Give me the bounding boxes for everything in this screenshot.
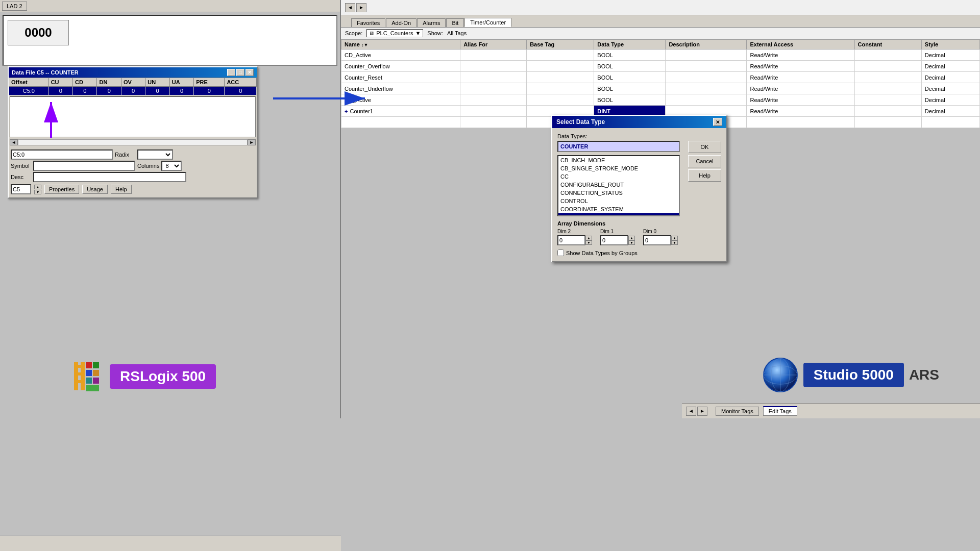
cell-pre: 0: [194, 87, 225, 95]
svg-rect-7: [74, 380, 85, 383]
svg-rect-5: [74, 365, 85, 368]
cancel-button[interactable]: Cancel: [688, 155, 721, 167]
cell-name: Counter_Overflow: [341, 61, 460, 72]
help-button-dialog[interactable]: Help: [688, 169, 721, 182]
scope-bar: Scope: 🖥 PLC_Counters ▼ Show: All Tags: [341, 28, 980, 39]
lad-tab[interactable]: LAD 2: [2, 2, 27, 11]
left-panel: LAD 2 0000 Data File C5 -- COUNTER _ □ ✕…: [0, 0, 341, 418]
data-file-table: Offset CU CD DN OV UN UA PRE ACC C5:0 0 …: [9, 78, 257, 95]
cell-datatype: BOOL: [594, 72, 666, 83]
tab-bit[interactable]: Bit: [446, 18, 464, 27]
columns-select[interactable]: 8: [161, 161, 182, 171]
ars-text: ARS: [909, 367, 939, 383]
cell-const: [854, 72, 921, 83]
show-groups-checkbox[interactable]: [557, 249, 564, 256]
th-name: Name ↕▼: [341, 40, 460, 49]
dim2-group: Dim 2 0 ▲ ▼: [557, 229, 592, 245]
dim0-label: Dim 0: [643, 229, 678, 234]
cs-down[interactable]: ▼: [34, 190, 41, 194]
list-item-control[interactable]: CONTROL: [558, 197, 679, 205]
address-input[interactable]: [11, 149, 113, 160]
col-offset: Offset: [9, 78, 49, 87]
list-item-connection[interactable]: CONNECTION_STATUS: [558, 189, 679, 197]
table-scroll-area: [10, 96, 256, 137]
list-item-configurable[interactable]: CONFIGURABLE_ROUT: [558, 181, 679, 189]
table-row[interactable]: CU_Active BOOL Read/Write Decimal: [341, 94, 980, 106]
scope-select[interactable]: 🖥 PLC_Counters ▼: [366, 29, 423, 37]
maximize-button[interactable]: □: [236, 69, 244, 76]
close-button[interactable]: ✕: [246, 69, 254, 76]
cs-up[interactable]: ▲: [34, 185, 41, 189]
scope-value: PLC_Counters: [376, 30, 413, 36]
table-row[interactable]: CD_Active BOOL Read/Write Decimal: [341, 49, 980, 61]
cell-datatype: BOOL: [594, 94, 666, 106]
col-ov: OV: [121, 78, 145, 87]
data-type-input[interactable]: [557, 141, 680, 152]
scope-dropdown-icon: ▼: [415, 30, 421, 36]
dim2-down[interactable]: ▼: [585, 240, 592, 245]
tab-alarms[interactable]: Alarms: [417, 18, 446, 27]
nav-back[interactable]: ◄: [345, 3, 355, 12]
dim1-up[interactable]: ▲: [628, 236, 635, 240]
svg-rect-8: [86, 362, 92, 368]
list-item-coordinate[interactable]: COORDINATE_SYSTEM: [558, 205, 679, 213]
radix-select[interactable]: [137, 149, 173, 160]
dim2-input[interactable]: 0: [557, 235, 585, 245]
scroll-left[interactable]: ◄: [10, 139, 18, 145]
cs-input[interactable]: [11, 184, 31, 194]
svg-rect-9: [93, 362, 99, 368]
ok-button[interactable]: OK: [688, 141, 721, 153]
help-button-datafile[interactable]: Help: [111, 185, 132, 194]
sort-icon: ↕▼: [361, 42, 368, 47]
desc-input[interactable]: [33, 172, 186, 182]
cell-desc: [666, 72, 747, 83]
col-dn: DN: [97, 78, 121, 87]
dim2-up[interactable]: ▲: [585, 236, 592, 240]
dim1-down[interactable]: ▼: [628, 240, 635, 245]
right-toolbar: ◄ ►: [341, 0, 980, 15]
cell-const: [854, 61, 921, 72]
edit-tags-tab[interactable]: Edit Tags: [763, 406, 797, 416]
dim0-up[interactable]: ▲: [671, 236, 678, 240]
blue-arrow-icon: [273, 86, 375, 111]
minimize-button[interactable]: _: [227, 69, 235, 76]
dim0-down[interactable]: ▼: [671, 240, 678, 245]
th-style: Style: [921, 40, 979, 49]
cell-cu: 0: [48, 87, 72, 95]
data-type-list[interactable]: CB_INCH_MODE CB_SINGLE_STROKE_MODE CC CO…: [558, 156, 679, 215]
list-item-cc[interactable]: CC: [558, 172, 679, 181]
list-item-counter[interactable]: COUNTER: [558, 213, 679, 215]
show-groups-row: Show Data Types by Groups: [557, 249, 721, 256]
cell-desc: [666, 61, 747, 72]
properties-button[interactable]: Properties: [44, 185, 79, 194]
table-row[interactable]: Counter_Reset BOOL Read/Write Decimal: [341, 72, 980, 83]
symbol-input[interactable]: [33, 161, 135, 171]
window-controls: _ □ ✕: [227, 69, 254, 76]
purple-arrow-icon: [36, 97, 77, 143]
list-item-cb-inch[interactable]: CB_INCH_MODE: [558, 156, 679, 164]
tab-timer-counter[interactable]: Timer/Counter: [464, 18, 511, 27]
table-row[interactable]: C5:0 0 0 0 0 0 0 0 0: [9, 87, 257, 95]
tab-favorites[interactable]: Favorites: [351, 18, 385, 27]
cell-style: Decimal: [921, 49, 979, 61]
bottom-nav-forward[interactable]: ►: [697, 407, 707, 416]
cell-style-counter1: Decimal: [921, 106, 979, 117]
table-row[interactable]: Counter_Overflow BOOL Read/Write Decimal: [341, 61, 980, 72]
th-basetag: Base Tag: [527, 40, 594, 49]
dim0-input[interactable]: 0: [643, 235, 671, 245]
list-item-cb-single[interactable]: CB_SINGLE_STROKE_MODE: [558, 164, 679, 172]
cell-basetag: [527, 72, 594, 83]
col-cd: CD: [73, 78, 97, 87]
cell-alias: [460, 94, 527, 106]
scroll-right[interactable]: ►: [248, 139, 256, 145]
th-alias: Alias For: [460, 40, 527, 49]
th-description: Description: [666, 40, 747, 49]
dialog-close-button[interactable]: ✕: [713, 118, 722, 126]
bottom-nav-back[interactable]: ◄: [686, 407, 696, 416]
monitor-tags-tab[interactable]: Monitor Tags: [716, 407, 759, 416]
table-row[interactable]: Counter_Underflow BOOL Read/Write Decima…: [341, 83, 980, 94]
tab-addon[interactable]: Add-On: [386, 18, 416, 27]
dim1-input[interactable]: 0: [600, 235, 628, 245]
usage-button[interactable]: Usage: [82, 185, 108, 194]
nav-forward[interactable]: ►: [356, 3, 366, 12]
